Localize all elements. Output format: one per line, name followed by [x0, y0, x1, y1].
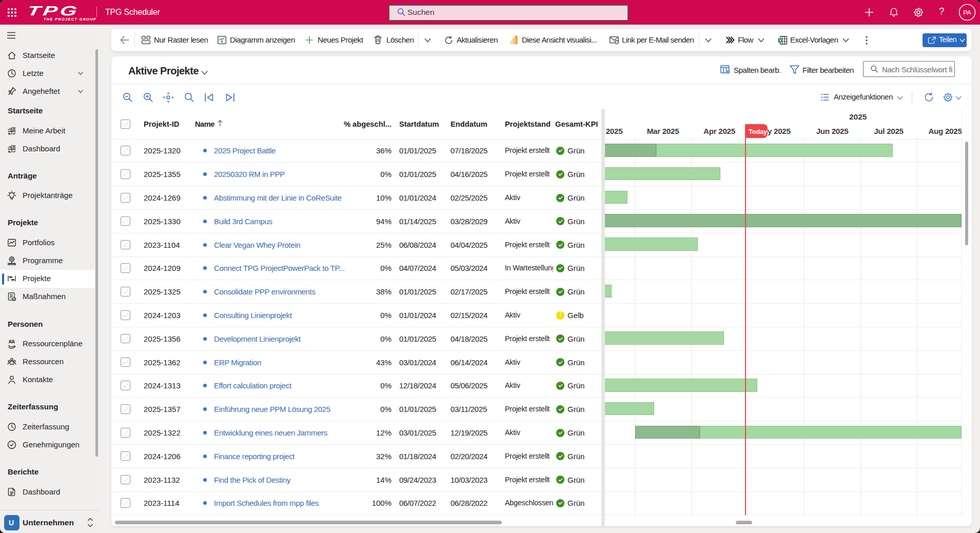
svg-text:PA: PA — [963, 9, 971, 16]
